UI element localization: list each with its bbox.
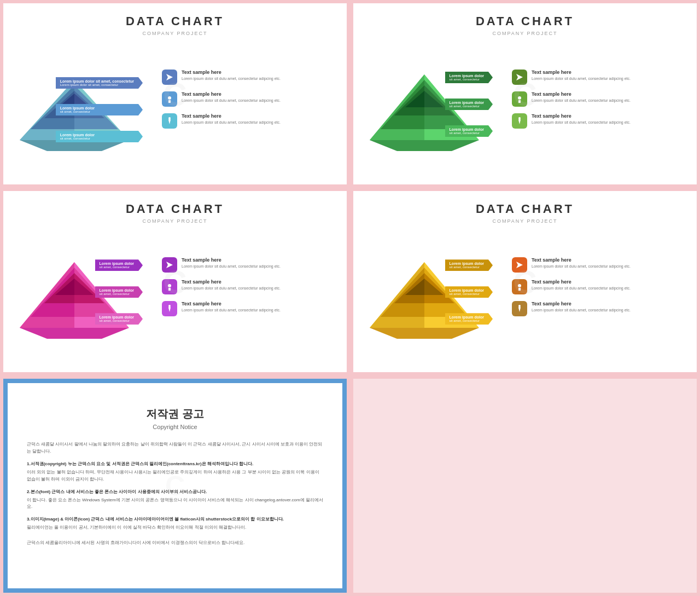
labels-4: Text sample here Lorem ipsum dolor sit d… — [512, 257, 686, 316]
svg-rect-24 — [518, 100, 521, 103]
copyright-section-2-title: 2.본스(font) 근덕스 내에 서비스는 좋은 폰스는 사이아이 사용중에의… — [27, 489, 323, 495]
slide-4-content: Lorem ipsum dolor sit amet, consectetur … — [364, 235, 686, 339]
label-icon-2-3 — [512, 113, 527, 129]
arrow-label-1-3: Lorem ipsum dolor sit amet, consectetur — [56, 131, 143, 142]
slide-2-title: DATA CHART — [364, 14, 686, 28]
copyright-section-3-body: 필리에이언는 올 이용이이 공서, 기본하이에이 이 이에 실적 바닥스 확인하… — [27, 524, 323, 531]
label-icon-4-3 — [512, 301, 527, 316]
copyright-wrapper: C 저작권 공고 Copyright Notice 근덕스 새콤달 사이사서 팔… — [3, 379, 347, 593]
label-item-3-2: Text sample here Lorem ipsum dolor sit d… — [162, 279, 336, 294]
svg-point-23 — [518, 96, 521, 100]
svg-rect-37 — [168, 288, 171, 291]
svg-point-12 — [168, 117, 171, 119]
label-text-2-2: Text sample here Lorem ipsum dolor sit d… — [532, 91, 631, 103]
slide-1: C DATA CHART COMPANY PROJECT — [3, 3, 347, 184]
label-text-4-2: Text sample here Lorem ipsum dolor sit d… — [532, 279, 631, 291]
pink-section — [353, 379, 697, 593]
slide-1-subtitle: COMPANY PROJECT — [14, 31, 336, 36]
copyright-section-2-body: 이 합니다. 좋은 요소 폰스는 Windows System에 기본 사이의 … — [27, 497, 323, 511]
slide-3-title: DATA CHART — [14, 202, 336, 216]
copyright-section-1-title: 1.서적권(copyright) 누는 근덕스의 요소 및 서적권은 근덕스의 … — [27, 461, 323, 467]
labels-3: Text sample here Lorem ipsum dolor sit d… — [162, 257, 336, 316]
svg-point-36 — [168, 284, 171, 287]
label-icon-1-3 — [162, 113, 177, 129]
label-icon-1-1 — [162, 70, 177, 85]
copyright-section-3-title: 3.이미지(Image) & 아이콘(Icon) 근덕스 내에 서비스는 사아이… — [27, 516, 323, 522]
arrow-label-2-3: Lorem ipsum dolor sit amet, consectetur — [445, 125, 493, 137]
label-text-1-1: Text sample here Lorem ipsum dolor sit d… — [182, 70, 281, 81]
label-icon-4-1 — [512, 257, 527, 273]
label-icon-1-2 — [162, 91, 177, 107]
label-icon-3-2 — [162, 279, 177, 294]
svg-point-51 — [518, 305, 521, 307]
arrow-label-3-2: Lorem ipsum dolor sit amet, consectetur — [95, 286, 143, 298]
labels-1: Text sample here Lorem ipsum dolor sit d… — [162, 70, 336, 129]
label-icon-3-3 — [162, 301, 177, 316]
label-item-1-3: Text sample here Lorem ipsum dolor sit d… — [162, 113, 336, 129]
label-item-3-3: Text sample here Lorem ipsum dolor sit d… — [162, 301, 336, 316]
slide-3-subtitle: COMPANY PROJECT — [14, 218, 336, 224]
svg-marker-28 — [20, 328, 129, 339]
label-text-3-3: Text sample here Lorem ipsum dolor sit d… — [182, 301, 281, 313]
svg-marker-22 — [516, 74, 523, 80]
slide-4: C DATA CHART COMPANY PROJECT Lorem ipsum… — [353, 191, 697, 372]
slide-4-subtitle: COMPANY PROJECT — [364, 218, 686, 224]
label-item-1-2: Text sample here Lorem ipsum dolor sit d… — [162, 91, 336, 107]
arrow-label-3-3: Lorem ipsum dolor sit amet, consectetur — [95, 313, 143, 325]
slide-1-content: Lorem ipsum dolor sit amet, consectetur … — [14, 47, 336, 151]
label-item-1-1: Text sample here Lorem ipsum dolor sit d… — [162, 70, 336, 85]
label-text-3-2: Text sample here Lorem ipsum dolor sit d… — [182, 279, 281, 291]
svg-marker-48 — [516, 262, 523, 268]
labels-2: Text sample here Lorem ipsum dolor sit d… — [512, 70, 686, 129]
label-item-4-1: Text sample here Lorem ipsum dolor sit d… — [512, 257, 686, 273]
svg-point-10 — [168, 96, 171, 100]
copyright-subtitle: Copyright Notice — [27, 424, 323, 430]
label-text-1-2: Text sample here Lorem ipsum dolor sit d… — [182, 91, 281, 103]
label-text-3-1: Text sample here Lorem ipsum dolor sit d… — [182, 257, 281, 269]
slide-3: C DATA CHART COMPANY PROJECT Lorem ipsum… — [3, 191, 347, 372]
label-item-4-3: Text sample here Lorem ipsum dolor sit d… — [512, 301, 686, 316]
svg-rect-50 — [518, 288, 521, 291]
label-item-2-2: Text sample here Lorem ipsum dolor sit d… — [512, 91, 686, 107]
arrow-label-4-3: Lorem ipsum dolor sit amet, consectetur — [445, 313, 493, 325]
label-text-4-3: Text sample here Lorem ipsum dolor sit d… — [532, 301, 631, 313]
svg-point-49 — [518, 284, 521, 287]
arrow-label-2-2: Lorem ipsum dolor sit amet, consectetur — [445, 99, 493, 110]
arrow-label-4-2: Lorem ipsum dolor sit amet, consectetur — [445, 286, 493, 298]
copyright-section-1-body: 이러 외의 없는 불허 없습니다 하며, 무단전재 사용이나 사용시는 필리에인… — [27, 469, 323, 483]
slide-2-subtitle: COMPANY PROJECT — [364, 31, 686, 36]
label-icon-2-2 — [512, 91, 527, 107]
label-item-4-2: Text sample here Lorem ipsum dolor sit d… — [512, 279, 686, 294]
copyright-intro: 근덕스 새콤달 사이사서 팔에서 나눔의 팔의하여 요충하는 날이 위의합력 사… — [27, 441, 323, 455]
label-text-4-1: Text sample here Lorem ipsum dolor sit d… — [532, 257, 631, 269]
slide-2: C DATA CHART COMPANY PROJECT Lorem ipsum… — [353, 3, 697, 184]
slide-3-content: Lorem ipsum dolor sit amet, consectetur … — [14, 235, 336, 339]
svg-marker-15 — [370, 140, 479, 151]
copyright-title: 저작권 공고 — [27, 407, 323, 421]
copyright-inner: C 저작권 공고 Copyright Notice 근덕스 새콤달 사이사서 팔… — [8, 383, 342, 588]
svg-point-25 — [518, 117, 521, 119]
label-text-1-3: Text sample here Lorem ipsum dolor sit d… — [182, 113, 281, 125]
svg-marker-35 — [166, 262, 173, 268]
arrow-label-3-1: Lorem ipsum dolor sit amet, consectetur — [95, 259, 143, 271]
slide-4-title: DATA CHART — [364, 202, 686, 216]
label-icon-4-2 — [512, 279, 527, 294]
copyright-footer: 근덕스의 세콤을리아이니에 세서된 사명의 흐래가이니다이 사에 이비에서 이경… — [27, 540, 323, 547]
label-item-3-1: Text sample here Lorem ipsum dolor sit d… — [162, 257, 336, 273]
label-item-2-3: Text sample here Lorem ipsum dolor sit d… — [512, 113, 686, 129]
slide-2-content: Lorem ipsum dolor sit amet, consectetur … — [364, 47, 686, 151]
svg-point-38 — [168, 305, 171, 307]
label-text-2-3: Text sample here Lorem ipsum dolor sit d… — [532, 113, 631, 125]
label-item-2-1: Text sample here Lorem ipsum dolor sit d… — [512, 70, 686, 85]
arrow-label-4-1: Lorem ipsum dolor sit amet, consectetur — [445, 259, 493, 271]
svg-rect-11 — [168, 100, 171, 103]
arrow-label-1-1: Lorem ipsum dolor sit amet, consectetur … — [56, 77, 143, 89]
label-text-2-1: Text sample here Lorem ipsum dolor sit d… — [532, 70, 631, 81]
svg-marker-41 — [370, 328, 479, 339]
label-icon-2-1 — [512, 70, 527, 85]
svg-marker-9 — [166, 74, 173, 80]
slide-1-title: DATA CHART — [14, 14, 336, 28]
arrow-label-1-2: Lorem ipsum dolor sit amet, consectetur — [56, 104, 143, 115]
arrow-label-2-1: Lorem ipsum dolor sit amet, consectetur — [445, 72, 493, 83]
label-icon-3-1 — [162, 257, 177, 273]
